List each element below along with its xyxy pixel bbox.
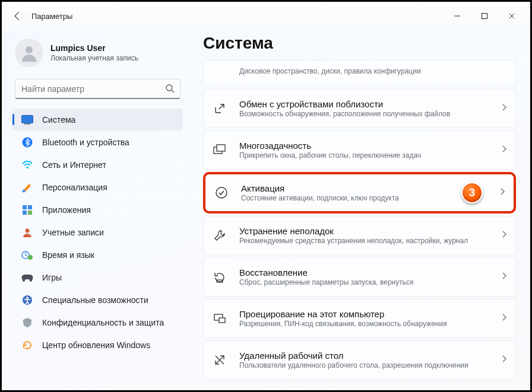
chevron-right-icon <box>501 230 507 241</box>
chevron-right-icon <box>499 187 505 198</box>
cards-list: Дисковое пространство, диски, правила ко… <box>203 60 516 380</box>
user-block[interactable]: Lumpics User Локальная учетная запись <box>15 39 183 67</box>
gaming-icon <box>21 271 34 284</box>
svg-rect-20 <box>217 145 225 151</box>
nav-list: Система Bluetooth и устройства Сеть и Ин… <box>12 109 183 356</box>
nav-item-network[interactable]: Сеть и Интернет <box>12 154 183 176</box>
nav-label: Конфиденциальность и защита <box>42 318 164 327</box>
card-sub: Разрешения, ПИН-код связывания, возможно… <box>239 320 495 328</box>
nav-label: Приложения <box>42 205 91 215</box>
nav-label: Персонализация <box>42 183 107 192</box>
maximize-button[interactable] <box>471 7 498 26</box>
card-title: Многозадачность <box>239 141 495 151</box>
nav-label: Время и язык <box>42 250 94 260</box>
project-icon <box>212 311 227 326</box>
nav-label: Система <box>42 115 75 125</box>
svg-point-16 <box>28 255 33 260</box>
nav-item-personalization[interactable]: Персонализация <box>12 176 183 198</box>
nav-item-accounts[interactable]: Учетные записи <box>12 221 183 243</box>
nav-item-privacy[interactable]: Конфиденциальность и защита <box>12 311 183 333</box>
sidebar: Lumpics User Локальная учетная запись Си… <box>2 30 189 390</box>
svg-rect-5 <box>22 115 33 123</box>
card-remote-desktop[interactable]: Удаленный рабочий стол Пользователи удал… <box>203 340 516 380</box>
card-multitasking[interactable]: Многозадачность Прикрепить окна, рабочие… <box>203 130 516 170</box>
main-panel: Система Дисковое пространство, диски, пр… <box>189 30 530 390</box>
card-projecting[interactable]: Проецирование на этот компьютер Разрешен… <box>203 299 516 338</box>
svg-point-9 <box>23 189 26 192</box>
nav-item-time-language[interactable]: Время и язык <box>12 244 183 266</box>
card-sub: Возможность обнаружения, расположение по… <box>239 110 495 118</box>
chevron-right-icon <box>501 355 507 365</box>
nav-item-gaming[interactable]: Игры <box>12 266 183 288</box>
card-nearby-sharing[interactable]: Обмен с устройствами поблизости Возможно… <box>203 89 516 128</box>
title-bar: Параметры <box>2 2 530 30</box>
user-name: Lumpics User <box>50 43 138 53</box>
accessibility-icon <box>21 294 34 307</box>
card-title: Восстановление <box>239 267 495 278</box>
nav-label: Учетные записи <box>42 228 104 237</box>
window-controls <box>444 7 525 26</box>
multitask-icon <box>212 142 227 158</box>
back-button[interactable] <box>7 5 28 27</box>
storage-icon <box>212 63 227 78</box>
search-input[interactable] <box>15 79 180 99</box>
user-subtitle: Локальная учетная запись <box>50 54 138 62</box>
close-button[interactable] <box>498 7 525 26</box>
nav-item-system[interactable]: Система <box>12 109 183 130</box>
nav-item-apps[interactable]: Приложения <box>12 199 183 221</box>
wifi-icon <box>21 158 34 171</box>
card-sub: Рекомендуемые средства устранения непола… <box>239 237 495 245</box>
nav-label: Bluetooth и устройства <box>42 138 129 147</box>
card-activation[interactable]: Активация Состояние активации, подписки,… <box>203 172 516 213</box>
svg-point-21 <box>216 187 227 198</box>
nav-label: Специальные возможности <box>42 295 148 305</box>
svg-point-14 <box>26 228 30 232</box>
chevron-right-icon <box>501 313 507 324</box>
svg-rect-1 <box>482 14 487 19</box>
card-title: Активация <box>241 183 444 193</box>
nav-item-bluetooth[interactable]: Bluetooth и устройства <box>12 131 183 153</box>
svg-point-8 <box>26 166 28 168</box>
nav-item-windows-update[interactable]: Центр обновления Windows <box>12 334 183 356</box>
svg-rect-6 <box>24 123 30 125</box>
chevron-right-icon <box>501 103 507 114</box>
card-title: Обмен с устройствами поблизости <box>239 99 495 109</box>
card-sub: Сброс, расширенные параметры запуска, ве… <box>239 278 495 286</box>
svg-line-4 <box>172 90 174 93</box>
content-area: Lumpics User Локальная учетная запись Си… <box>2 30 530 390</box>
card-sub: Прикрепить окна, рабочие столы, переключ… <box>239 151 495 160</box>
card-title: Удаленный рабочий стол <box>239 350 495 361</box>
card-sub: Состояние активации, подписки, ключ прод… <box>241 194 444 202</box>
card-storage[interactable]: Дисковое пространство, диски, правила ко… <box>203 60 516 87</box>
clock-globe-icon <box>21 248 34 262</box>
svg-rect-12 <box>23 211 27 215</box>
minimize-button[interactable] <box>444 7 471 26</box>
chevron-right-icon <box>501 272 507 282</box>
card-title: Устранение неполадок <box>239 226 495 236</box>
card-title: Проецирование на этот компьютер <box>239 309 495 319</box>
brush-icon <box>21 181 34 194</box>
svg-rect-24 <box>219 318 225 323</box>
share-icon <box>212 101 227 116</box>
shield-icon <box>21 316 34 329</box>
wrench-icon <box>212 228 227 243</box>
search-box <box>15 79 180 99</box>
page-title: Система <box>203 34 516 53</box>
bluetooth-icon <box>21 136 34 149</box>
apps-icon <box>21 203 34 216</box>
svg-point-18 <box>26 297 28 299</box>
remote-icon <box>212 352 227 368</box>
avatar <box>15 39 43 67</box>
search-icon <box>165 84 175 95</box>
card-troubleshoot[interactable]: Устранение неполадок Рекомендуемые средс… <box>203 216 516 255</box>
update-icon <box>21 339 34 352</box>
window-title: Параметры <box>31 12 72 21</box>
nav-label: Игры <box>42 273 62 282</box>
recovery-icon <box>212 269 227 285</box>
check-circle-icon <box>214 185 229 200</box>
system-icon <box>21 113 34 126</box>
svg-rect-11 <box>28 205 32 209</box>
svg-rect-13 <box>28 211 32 215</box>
card-recovery[interactable]: Восстановление Сброс, расширенные параме… <box>203 257 516 297</box>
nav-item-accessibility[interactable]: Специальные возможности <box>12 289 183 311</box>
